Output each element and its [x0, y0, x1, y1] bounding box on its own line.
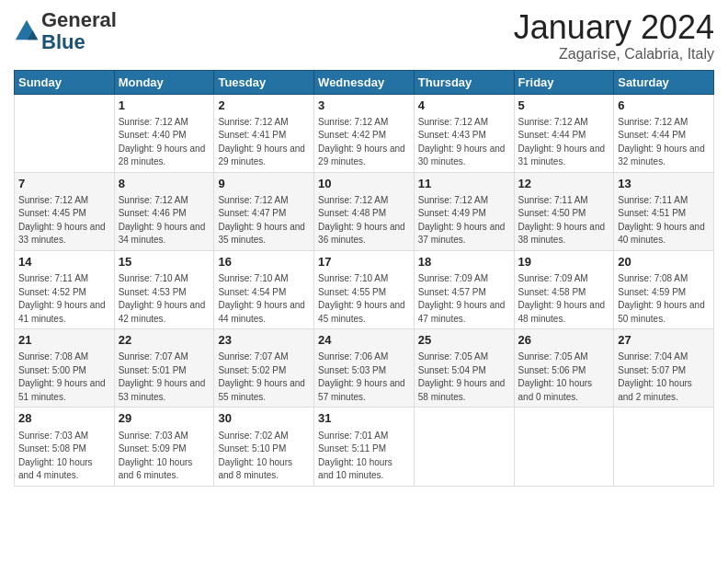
calendar-week-row: 1Sunrise: 7:12 AMSunset: 4:40 PMDaylight…	[15, 94, 714, 172]
calendar-header-monday: Monday	[114, 70, 214, 94]
calendar-cell: 22Sunrise: 7:07 AMSunset: 5:01 PMDayligh…	[114, 329, 214, 408]
logo-general: General	[41, 8, 117, 31]
day-number: 24	[318, 332, 410, 349]
page: General Blue January 2024 Zagarise, Cala…	[0, 0, 728, 563]
calendar-header-saturday: Saturday	[614, 70, 714, 94]
day-info: Sunrise: 7:05 AMSunset: 5:04 PMDaylight:…	[418, 350, 510, 404]
calendar-header-wednesday: Wednesday	[314, 70, 415, 94]
day-info: Sunrise: 7:07 AMSunset: 5:02 PMDaylight:…	[218, 350, 310, 404]
calendar-cell: 24Sunrise: 7:06 AMSunset: 5:03 PMDayligh…	[314, 329, 415, 408]
calendar-cell: 16Sunrise: 7:10 AMSunset: 4:54 PMDayligh…	[214, 250, 314, 328]
day-number: 17	[318, 254, 410, 270]
day-info: Sunrise: 7:03 AMSunset: 5:09 PMDaylight:…	[119, 430, 210, 483]
day-number: 15	[119, 254, 210, 270]
day-number: 12	[518, 176, 610, 192]
day-number: 28	[18, 410, 110, 427]
title-block: January 2024 Zagarise, Calabria, Italy	[514, 9, 714, 63]
calendar-cell: 4Sunrise: 7:12 AMSunset: 4:43 PMDaylight…	[414, 94, 514, 172]
day-info: Sunrise: 7:02 AMSunset: 5:10 PMDaylight:…	[218, 430, 310, 483]
day-number: 13	[618, 176, 710, 192]
day-number: 26	[518, 332, 610, 349]
calendar-cell: 3Sunrise: 7:12 AMSunset: 4:42 PMDaylight…	[314, 94, 415, 172]
calendar-cell: 11Sunrise: 7:12 AMSunset: 4:49 PMDayligh…	[414, 172, 514, 250]
day-info: Sunrise: 7:12 AMSunset: 4:46 PMDaylight:…	[119, 194, 210, 247]
calendar-cell	[414, 408, 514, 486]
day-info: Sunrise: 7:04 AMSunset: 5:07 PMDaylight:…	[618, 350, 710, 404]
day-info: Sunrise: 7:12 AMSunset: 4:49 PMDaylight:…	[418, 194, 510, 247]
calendar-cell: 25Sunrise: 7:05 AMSunset: 5:04 PMDayligh…	[414, 329, 514, 408]
calendar-cell	[15, 94, 115, 172]
day-info: Sunrise: 7:05 AMSunset: 5:06 PMDaylight:…	[518, 350, 610, 404]
calendar-cell: 28Sunrise: 7:03 AMSunset: 5:08 PMDayligh…	[15, 408, 115, 486]
calendar-header-tuesday: Tuesday	[214, 70, 314, 94]
day-info: Sunrise: 7:08 AMSunset: 4:59 PMDaylight:…	[618, 272, 710, 326]
calendar-cell: 19Sunrise: 7:09 AMSunset: 4:58 PMDayligh…	[514, 250, 614, 328]
day-info: Sunrise: 7:12 AMSunset: 4:43 PMDaylight:…	[418, 116, 510, 169]
calendar-cell: 12Sunrise: 7:11 AMSunset: 4:50 PMDayligh…	[514, 172, 614, 250]
day-number: 4	[418, 98, 510, 114]
day-info: Sunrise: 7:12 AMSunset: 4:40 PMDaylight:…	[119, 116, 210, 169]
day-info: Sunrise: 7:12 AMSunset: 4:41 PMDaylight:…	[218, 116, 310, 169]
day-info: Sunrise: 7:10 AMSunset: 4:55 PMDaylight:…	[318, 272, 410, 326]
calendar-week-row: 7Sunrise: 7:12 AMSunset: 4:45 PMDaylight…	[15, 172, 714, 250]
logo: General Blue	[14, 9, 117, 53]
day-number: 9	[218, 176, 310, 192]
day-number: 25	[418, 332, 510, 349]
calendar-cell: 8Sunrise: 7:12 AMSunset: 4:46 PMDaylight…	[114, 172, 214, 250]
day-info: Sunrise: 7:09 AMSunset: 4:58 PMDaylight:…	[518, 272, 610, 326]
day-info: Sunrise: 7:12 AMSunset: 4:47 PMDaylight:…	[218, 194, 310, 247]
calendar-cell: 29Sunrise: 7:03 AMSunset: 5:09 PMDayligh…	[114, 408, 214, 486]
calendar-cell: 27Sunrise: 7:04 AMSunset: 5:07 PMDayligh…	[614, 329, 714, 408]
month-title: January 2024	[514, 9, 714, 46]
day-number: 22	[119, 332, 210, 349]
logo-icon	[14, 18, 40, 44]
day-number: 16	[218, 254, 310, 270]
day-number: 23	[218, 332, 310, 349]
day-number: 5	[518, 98, 610, 114]
calendar-cell	[614, 408, 714, 486]
calendar-header-sunday: Sunday	[15, 70, 115, 94]
day-info: Sunrise: 7:03 AMSunset: 5:08 PMDaylight:…	[18, 430, 110, 483]
day-number: 18	[418, 254, 510, 270]
day-number: 20	[618, 254, 710, 270]
calendar-cell: 14Sunrise: 7:11 AMSunset: 4:52 PMDayligh…	[15, 250, 115, 328]
day-info: Sunrise: 7:12 AMSunset: 4:42 PMDaylight:…	[318, 116, 410, 169]
day-number: 2	[218, 98, 310, 114]
calendar-cell: 9Sunrise: 7:12 AMSunset: 4:47 PMDaylight…	[214, 172, 314, 250]
calendar-header-row: SundayMondayTuesdayWednesdayThursdayFrid…	[15, 70, 714, 94]
day-info: Sunrise: 7:10 AMSunset: 4:54 PMDaylight:…	[218, 272, 310, 326]
day-number: 10	[318, 176, 410, 192]
calendar-cell: 2Sunrise: 7:12 AMSunset: 4:41 PMDaylight…	[214, 94, 314, 172]
calendar-cell: 10Sunrise: 7:12 AMSunset: 4:48 PMDayligh…	[314, 172, 415, 250]
calendar-cell: 7Sunrise: 7:12 AMSunset: 4:45 PMDaylight…	[15, 172, 115, 250]
day-info: Sunrise: 7:11 AMSunset: 4:52 PMDaylight:…	[18, 272, 110, 326]
calendar-cell: 18Sunrise: 7:09 AMSunset: 4:57 PMDayligh…	[414, 250, 514, 328]
day-number: 11	[418, 176, 510, 192]
header: General Blue January 2024 Zagarise, Cala…	[14, 9, 714, 63]
day-number: 3	[318, 98, 410, 114]
calendar-cell: 17Sunrise: 7:10 AMSunset: 4:55 PMDayligh…	[314, 250, 415, 328]
calendar-cell: 21Sunrise: 7:08 AMSunset: 5:00 PMDayligh…	[15, 329, 115, 408]
day-info: Sunrise: 7:12 AMSunset: 4:45 PMDaylight:…	[18, 194, 110, 247]
day-info: Sunrise: 7:01 AMSunset: 5:11 PMDaylight:…	[318, 430, 410, 483]
day-info: Sunrise: 7:09 AMSunset: 4:57 PMDaylight:…	[418, 272, 510, 326]
day-info: Sunrise: 7:12 AMSunset: 4:44 PMDaylight:…	[518, 116, 610, 169]
day-info: Sunrise: 7:06 AMSunset: 5:03 PMDaylight:…	[318, 350, 410, 404]
calendar-cell: 23Sunrise: 7:07 AMSunset: 5:02 PMDayligh…	[214, 329, 314, 408]
day-number: 14	[18, 254, 110, 270]
day-info: Sunrise: 7:10 AMSunset: 4:53 PMDaylight:…	[119, 272, 210, 326]
day-info: Sunrise: 7:07 AMSunset: 5:01 PMDaylight:…	[119, 350, 210, 404]
day-number: 29	[119, 410, 210, 427]
logo-blue: Blue	[41, 30, 85, 53]
calendar-week-row: 28Sunrise: 7:03 AMSunset: 5:08 PMDayligh…	[15, 408, 714, 486]
calendar-cell: 20Sunrise: 7:08 AMSunset: 4:59 PMDayligh…	[614, 250, 714, 328]
calendar-cell: 6Sunrise: 7:12 AMSunset: 4:44 PMDaylight…	[614, 94, 714, 172]
day-number: 7	[18, 176, 110, 192]
day-info: Sunrise: 7:11 AMSunset: 4:50 PMDaylight:…	[518, 194, 610, 247]
day-info: Sunrise: 7:12 AMSunset: 4:48 PMDaylight:…	[318, 194, 410, 247]
calendar-cell: 30Sunrise: 7:02 AMSunset: 5:10 PMDayligh…	[214, 408, 314, 486]
logo-text: General Blue	[41, 9, 117, 53]
day-info: Sunrise: 7:11 AMSunset: 4:51 PMDaylight:…	[618, 194, 710, 247]
day-number: 21	[18, 332, 110, 349]
calendar-cell: 13Sunrise: 7:11 AMSunset: 4:51 PMDayligh…	[614, 172, 714, 250]
